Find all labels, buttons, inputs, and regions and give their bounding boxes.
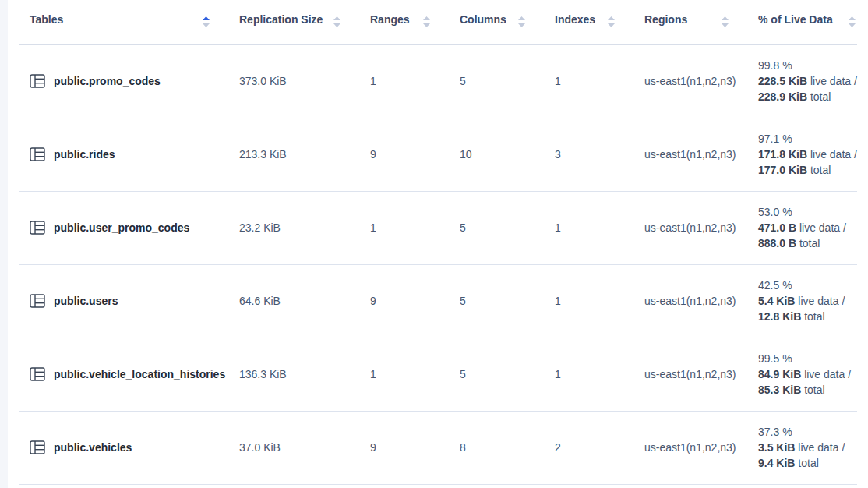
column-label-indexes: Indexes: [555, 13, 595, 30]
table-name-link[interactable]: public.users: [54, 295, 118, 307]
indexes-cell: 1: [555, 191, 644, 264]
column-header-columns[interactable]: Columns: [460, 0, 555, 44]
column-label-live-data: % of Live Data: [758, 13, 833, 30]
table-row[interactable]: public.promo_codes 373.0 KiB 1 5 1 us-ea…: [19, 44, 857, 118]
table-icon: [30, 74, 45, 88]
indexes-cell: 2: [555, 411, 644, 484]
table-row[interactable]: public.vehicle_location_histories 136.3 …: [19, 338, 857, 411]
regions-cell: us-east1(n1,n2,n3): [644, 44, 758, 118]
live-data-cell: 99.5 % 84.9 KiB live data / 85.3 KiB tot…: [758, 338, 857, 411]
table-row[interactable]: public.rides 213.3 KiB 9 10 3 us-east1(n…: [19, 118, 857, 191]
table-name-link[interactable]: public.rides: [54, 148, 115, 161]
column-header-ranges[interactable]: Ranges: [370, 0, 460, 44]
table-name-cell: public.users: [19, 264, 239, 338]
live-data-cell: 42.5 % 5.4 KiB live data / 12.8 KiB tota…: [758, 264, 857, 338]
tables-table: Tables Replication Size: [19, 0, 857, 485]
live-data-size: 471.0 B live data /: [758, 220, 857, 235]
replication-size-cell: 136.3 KiB: [239, 338, 370, 411]
indexes-cell: 3: [555, 118, 644, 191]
columns-cell: 5: [460, 44, 555, 118]
sort-icon: [849, 16, 856, 27]
columns-cell: 5: [460, 338, 555, 411]
live-data-cell: 37.3 % 3.5 KiB live data / 9.4 KiB total: [758, 411, 857, 484]
column-label-columns: Columns: [460, 13, 506, 30]
table-name-link[interactable]: public.user_promo_codes: [54, 221, 189, 234]
live-data-cell: 97.1 % 171.8 KiB live data / 177.0 KiB t…: [758, 118, 857, 191]
live-data-percent: 99.8 %: [758, 58, 857, 73]
regions-cell: us-east1(n1,n2,n3): [644, 264, 758, 338]
live-data-size: 5.4 KiB live data /: [758, 293, 857, 309]
live-data-percent: 99.5 %: [758, 351, 857, 366]
live-data-size: 3.5 KiB live data /: [758, 440, 857, 455]
live-data-cell: 53.0 % 471.0 B live data / 888.0 B total: [758, 191, 857, 264]
ranges-cell: 1: [370, 191, 460, 264]
table-name-cell: public.user_promo_codes: [19, 191, 239, 264]
columns-cell: 5: [460, 191, 555, 264]
table-name-link[interactable]: public.vehicle_location_histories: [54, 368, 225, 380]
ranges-cell: 1: [370, 338, 460, 411]
indexes-cell: 1: [555, 44, 644, 118]
live-data-percent: 53.0 %: [758, 204, 857, 220]
ranges-cell: 1: [370, 44, 460, 118]
live-data-size: 228.5 KiB live data /: [758, 73, 857, 89]
ranges-cell: 9: [370, 118, 460, 191]
regions-cell: us-east1(n1,n2,n3): [644, 118, 758, 191]
table-name-cell: public.promo_codes: [19, 44, 239, 118]
column-label-ranges: Ranges: [370, 13, 410, 30]
table-icon: [30, 221, 45, 235]
sort-icon: [203, 16, 210, 27]
live-data-size: 84.9 KiB live data /: [758, 366, 857, 382]
columns-cell: 8: [460, 411, 555, 484]
live-data-total: 228.9 KiB total: [758, 89, 857, 104]
sort-icon: [518, 16, 525, 27]
indexes-cell: 1: [555, 264, 644, 338]
live-data-total: 9.4 KiB total: [758, 455, 857, 471]
table-name-cell: public.rides: [19, 118, 239, 191]
tables-body: public.promo_codes 373.0 KiB 1 5 1 us-ea…: [19, 44, 857, 484]
replication-size-cell: 23.2 KiB: [239, 191, 370, 264]
regions-cell: us-east1(n1,n2,n3): [644, 411, 758, 484]
column-label-replication-size: Replication Size: [239, 13, 323, 30]
live-data-percent: 42.5 %: [758, 278, 857, 293]
tables-list-card: Tables Replication Size: [8, 0, 868, 488]
replication-size-cell: 373.0 KiB: [239, 44, 370, 118]
replication-size-cell: 213.3 KiB: [239, 118, 370, 191]
ranges-cell: 9: [370, 264, 460, 338]
table-icon: [30, 147, 45, 161]
live-data-total: 888.0 B total: [758, 235, 857, 251]
live-data-percent: 37.3 %: [758, 424, 857, 440]
table-name-link[interactable]: public.promo_codes: [54, 75, 161, 87]
indexes-cell: 1: [555, 338, 644, 411]
live-data-total: 12.8 KiB total: [758, 309, 857, 324]
column-header-live-data[interactable]: % of Live Data: [758, 0, 857, 44]
sort-icon: [608, 16, 615, 27]
table-icon: [30, 294, 45, 308]
table-header-row: Tables Replication Size: [19, 0, 857, 44]
regions-cell: us-east1(n1,n2,n3): [644, 191, 758, 264]
columns-cell: 5: [460, 264, 555, 338]
sort-icon: [333, 16, 340, 27]
sort-icon: [423, 16, 430, 27]
column-header-indexes[interactable]: Indexes: [555, 0, 644, 44]
regions-cell: us-east1(n1,n2,n3): [644, 338, 758, 411]
ranges-cell: 9: [370, 411, 460, 484]
sort-icon: [722, 16, 729, 27]
column-header-tables[interactable]: Tables: [19, 0, 239, 44]
live-data-total: 85.3 KiB total: [758, 382, 857, 398]
live-data-cell: 99.8 % 228.5 KiB live data / 228.9 KiB t…: [758, 44, 857, 118]
table-icon: [30, 367, 45, 381]
table-name-cell: public.vehicle_location_histories: [19, 338, 239, 411]
columns-cell: 10: [460, 118, 555, 191]
column-label-tables: Tables: [30, 13, 63, 30]
live-data-total: 177.0 KiB total: [758, 162, 857, 178]
table-row[interactable]: public.user_promo_codes 23.2 KiB 1 5 1 u…: [19, 191, 857, 264]
table-row[interactable]: public.vehicles 37.0 KiB 9 8 2 us-east1(…: [19, 411, 857, 484]
replication-size-cell: 37.0 KiB: [239, 411, 370, 484]
column-header-replication-size[interactable]: Replication Size: [239, 0, 370, 44]
table-row[interactable]: public.users 64.6 KiB 9 5 1 us-east1(n1,…: [19, 264, 857, 338]
replication-size-cell: 64.6 KiB: [239, 264, 370, 338]
column-header-regions[interactable]: Regions: [644, 0, 758, 44]
live-data-percent: 97.1 %: [758, 131, 857, 147]
table-name-link[interactable]: public.vehicles: [54, 441, 132, 454]
table-icon: [30, 440, 45, 454]
